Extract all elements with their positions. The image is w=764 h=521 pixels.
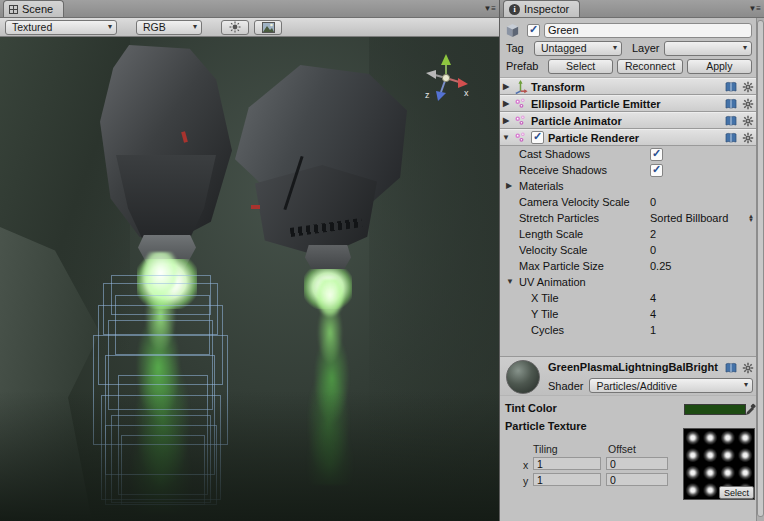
gameobject-active-checkbox[interactable] (527, 24, 540, 37)
inspector-pane-menu-icon[interactable]: ▼≡ (748, 4, 761, 13)
cast-shadows-checkbox[interactable] (650, 148, 663, 161)
foldout-arrow: ▼ (506, 277, 514, 286)
foldout-arrow: ▼ (500, 133, 512, 142)
scene-fx-toggle[interactable] (254, 20, 282, 35)
component-header-transform[interactable]: ▶ Transform (500, 78, 756, 95)
particle-emitter-icon (513, 96, 528, 111)
render-mode-dropdown[interactable]: Textured (5, 20, 117, 35)
tab-scene[interactable]: Scene (3, 0, 64, 17)
cycles-value[interactable]: 1 (650, 324, 656, 336)
inspector-tab-label: Inspector (524, 3, 569, 15)
scene-toolbar: Textured RGB (0, 18, 499, 37)
scene-viewport[interactable]: x z (0, 37, 499, 521)
particle-renderer-body: Cast Shadows Receive Shadows ▶ Materials… (500, 146, 756, 338)
material-header: GreenPlasmaLightningBalBright Shader Par… (500, 356, 756, 396)
length-scale-value[interactable]: 2 (650, 228, 656, 240)
doc-book-icon[interactable] (724, 97, 737, 110)
camera-velocity-scale-value[interactable]: 0 (650, 196, 656, 208)
gameobject-header: Tag Untagged Layer Prefab Select Reconne… (500, 18, 756, 78)
prefab-select-button[interactable]: Select (548, 59, 613, 74)
materials-foldout[interactable]: ▶ Materials (500, 178, 756, 194)
gear-icon[interactable] (741, 114, 754, 127)
velocity-scale-value[interactable]: 0 (650, 244, 656, 256)
x-tile-label: X Tile (531, 292, 559, 304)
y-tile-value[interactable]: 4 (650, 308, 656, 320)
gear-icon[interactable] (741, 361, 754, 374)
image-icon (262, 22, 275, 33)
material-preview-sphere[interactable] (506, 360, 540, 394)
gameobject-cube-icon (505, 23, 520, 38)
tab-inspector[interactable]: Inspector (503, 0, 580, 17)
prefab-reconnect-button[interactable]: Reconnect (617, 59, 682, 74)
component-header-particle-renderer[interactable]: ▼ Particle Renderer (500, 129, 756, 146)
particle-renderer-icon (513, 130, 528, 145)
foldout-arrow: ▶ (500, 99, 512, 108)
foldout-arrow: ▶ (506, 181, 512, 190)
scene-lighting-toggle[interactable] (221, 20, 249, 35)
shader-dropdown[interactable]: Particles/Additive (589, 378, 753, 393)
gizmo-z-axis-cone (436, 91, 446, 101)
gizmo-x-axis-cone (458, 78, 468, 88)
tint-color-label: Tint Color (505, 402, 557, 414)
color-channel-dropdown[interactable]: RGB (136, 20, 202, 35)
receive-shadows-label: Receive Shadows (519, 164, 607, 176)
layer-label: Layer (632, 42, 660, 54)
y-offset-field[interactable] (606, 473, 668, 486)
particle-renderer-enabled-checkbox[interactable] (531, 131, 544, 144)
doc-book-icon[interactable] (724, 80, 737, 93)
x-tile-value[interactable]: 4 (650, 292, 656, 304)
x-tiling-field[interactable] (533, 457, 601, 470)
scene-tab-label: Scene (22, 3, 53, 15)
cast-shadows-label: Cast Shadows (519, 148, 590, 160)
scene-tab-icon (9, 5, 18, 14)
scene-pane-menu-icon[interactable]: ▼≡ (483, 4, 496, 13)
component-header-particle-animator[interactable]: ▶ Particle Animator (500, 112, 756, 129)
tag-label: Tag (504, 42, 530, 54)
layer-dropdown[interactable] (664, 41, 752, 56)
particle-texture-label: Particle Texture (505, 420, 587, 432)
scene-orientation-gizmo[interactable]: x z (419, 51, 473, 105)
length-scale-label: Length Scale (519, 228, 583, 240)
max-particle-size-label: Max Particle Size (519, 260, 604, 272)
gear-icon[interactable] (741, 80, 754, 93)
scrollbar-thumb[interactable] (757, 20, 764, 517)
tag-dropdown[interactable]: Untagged (534, 41, 622, 56)
inspector-scrollbar[interactable] (756, 18, 764, 521)
sun-icon (229, 21, 241, 33)
scene-panel: Scene ▼≡ Textured RGB (0, 0, 499, 521)
unity-editor-window: Scene ▼≡ Textured RGB (0, 0, 764, 521)
x-offset-field[interactable] (606, 457, 668, 470)
max-particle-size-value[interactable]: 0.25 (650, 260, 671, 272)
component-header-ellipsoid-particle-emitter[interactable]: ▶ Ellipsoid Particle Emitter (500, 95, 756, 112)
gameobject-name-field[interactable] (544, 23, 752, 38)
prefab-apply-button[interactable]: Apply (687, 59, 752, 74)
gizmo-center (442, 74, 449, 81)
doc-book-icon[interactable] (724, 131, 737, 144)
transform-icon (513, 79, 528, 94)
receive-shadows-checkbox[interactable] (650, 164, 663, 177)
material-body: Tint Color Particle Texture Tiling Offse… (500, 396, 756, 521)
info-icon (509, 4, 520, 15)
texture-select-button[interactable]: Select (719, 486, 754, 499)
material-name: GreenPlasmaLightningBalBright (548, 361, 718, 373)
gear-icon[interactable] (741, 97, 754, 110)
doc-book-icon[interactable] (724, 361, 737, 374)
scene-tabstrip: Scene ▼≡ (0, 0, 499, 18)
foldout-arrow: ▶ (500, 116, 512, 125)
y-row-label: y (523, 475, 528, 487)
particle-animator-icon (513, 113, 528, 128)
doc-book-icon[interactable] (724, 114, 737, 127)
gizmo-y-axis-cone (441, 54, 451, 65)
inspector-tabstrip: Inspector ▼≡ (500, 0, 764, 18)
eyedropper-icon[interactable] (745, 402, 756, 416)
uv-animation-foldout[interactable]: ▼ UV Animation (500, 274, 756, 290)
particle-texture-thumbnail[interactable]: Select (683, 428, 755, 500)
y-tiling-field[interactable] (533, 473, 601, 486)
velocity-scale-label: Velocity Scale (519, 244, 587, 256)
gear-icon[interactable] (741, 131, 754, 144)
tint-color-swatch[interactable] (684, 404, 746, 415)
x-row-label: x (523, 459, 528, 471)
dropdown-arrows-icon: ▲▼ (748, 214, 754, 222)
stretch-particles-dropdown[interactable]: Sorted Billboard ▲▼ (650, 211, 754, 225)
red-light (251, 205, 260, 209)
